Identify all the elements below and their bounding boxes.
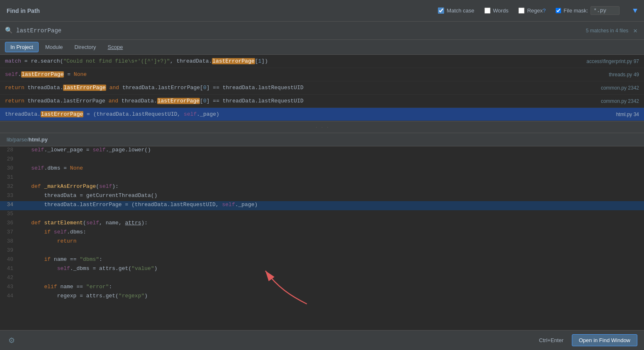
search-input[interactable] <box>16 27 583 34</box>
code-line: 40 if name == "dbms": <box>0 256 644 265</box>
regex-label: Regex? <box>527 7 546 14</box>
result-file-2: threads.py 49 <box>609 72 639 78</box>
words-group: Words <box>484 7 508 14</box>
code-line: 39 <box>0 247 644 256</box>
file-mask-checkbox[interactable] <box>556 8 561 13</box>
divider: · · · <box>0 122 644 133</box>
code-line: 33 threadData = getCurrentThreadData() <box>0 192 644 201</box>
code-line: 37 if self.dbms: <box>0 228 644 238</box>
code-line: 41 self._dbms = attrs.get("value") <box>0 265 644 274</box>
match-case-label[interactable]: Match case <box>447 7 474 14</box>
file-path-prefix: lib/parse/ <box>7 136 29 143</box>
dialog-title: Find in Path <box>7 7 40 14</box>
result-row[interactable]: return threadData.lastErrorPage and thre… <box>0 81 644 95</box>
bottom-right-actions: Ctrl+Enter Open in Find Window <box>539 334 637 346</box>
tab-in-project[interactable]: In Project <box>5 42 39 52</box>
result-code-5: threadData.lastErrorPage = (threadData.l… <box>5 111 610 117</box>
search-clear-button[interactable]: ✕ <box>632 26 639 36</box>
code-line-highlighted: 34 threadData.lastErrorPage = (threadDat… <box>0 201 644 210</box>
file-mask-label[interactable]: File mask: <box>564 7 588 14</box>
results-list: match = re.search("Could not find file\s… <box>0 55 644 122</box>
settings-button[interactable]: ⚙ <box>7 334 17 347</box>
result-file-4: common.py 2342 <box>601 98 639 104</box>
open-find-window-button[interactable]: Open in Find Window <box>572 334 637 346</box>
code-line: 42 <box>0 274 644 283</box>
file-mask-input[interactable] <box>591 6 620 15</box>
result-code-2: self.lastErrorPage = None <box>5 71 602 78</box>
tab-module[interactable]: Module <box>40 42 68 52</box>
result-row[interactable]: return threadData.lastErrorPage and thre… <box>0 95 644 108</box>
result-file-1: access\fingerprint.py 97 <box>586 58 639 64</box>
code-line: 32 def _markAsErrorPage(self): <box>0 183 644 192</box>
top-bar: Find in Path Match case Words Regex? Fil… <box>0 0 644 22</box>
result-row-selected[interactable]: threadData.lastErrorPage = (threadData.l… <box>0 108 644 121</box>
file-mask-group: File mask: <box>556 6 620 15</box>
bottom-bar: ⚙ Ctrl+Enter Open in Find Window <box>0 330 644 350</box>
tab-directory[interactable]: Directory <box>70 42 101 52</box>
regex-checkbox[interactable] <box>518 7 525 14</box>
result-row[interactable]: match = re.search("Could not find file\s… <box>0 55 644 68</box>
filter-icon[interactable]: ▼ <box>633 7 637 15</box>
tab-scope[interactable]: Scope <box>103 42 128 52</box>
file-path-filename: html.py <box>29 136 48 143</box>
search-icon: 🔍 <box>5 27 13 34</box>
search-matches-label: 5 matches in 4 files <box>586 28 629 34</box>
words-label[interactable]: Words <box>493 7 508 14</box>
result-code-3: return threadData.lastErrorPage and thre… <box>5 85 594 91</box>
code-line: 31 <box>0 174 644 183</box>
match-case-group: Match case <box>438 7 474 14</box>
code-area: 28 self._lower_page = self._page.lower()… <box>0 146 644 328</box>
regex-group: Regex? <box>518 7 546 14</box>
code-line: 30 self.dbms = None <box>0 165 644 174</box>
code-line: 38 return <box>0 238 644 247</box>
file-path-bar: lib/parse/html.py <box>0 133 644 146</box>
result-code-1: match = re.search("Could not find file\s… <box>5 58 580 64</box>
code-line: 29 <box>0 156 644 165</box>
gear-icon: ⚙ <box>8 336 15 345</box>
match-case-checkbox[interactable] <box>438 7 444 14</box>
result-file-3: common.py 2342 <box>601 85 639 91</box>
code-line: 36 def startElement(self, name, attrs): <box>0 219 644 228</box>
code-line: 43 elif name == "error": <box>0 283 644 292</box>
result-code-4: return threadData.lastErrorPage and thre… <box>5 98 594 104</box>
code-line: 35 <box>0 210 644 219</box>
result-file-5: html.py 34 <box>616 112 639 117</box>
scope-tabs: In Project Module Directory Scope <box>0 40 644 55</box>
result-row[interactable]: self.lastErrorPage = None threads.py 49 <box>0 68 644 81</box>
code-line: 44 regexp = attrs.get("regexp") <box>0 292 644 301</box>
words-checkbox[interactable] <box>484 7 491 14</box>
search-bar: 🔍 5 matches in 4 files ✕ <box>0 22 644 40</box>
code-line: 28 self._lower_page = self._page.lower() <box>0 146 644 156</box>
ctrl-enter-label: Ctrl+Enter <box>539 337 564 343</box>
